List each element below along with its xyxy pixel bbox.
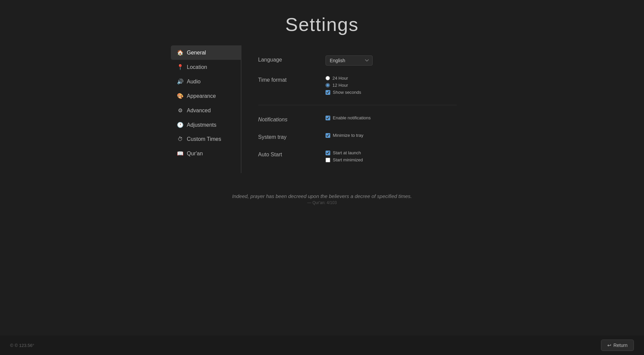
sidebar-item-location[interactable]: 📍 Location xyxy=(171,60,241,74)
minimize-to-tray-checkbox[interactable] xyxy=(326,133,330,138)
24hour-radio[interactable] xyxy=(326,76,330,80)
sidebar-label-appearance: Appearance xyxy=(187,93,216,99)
system-tray-label: System tray xyxy=(258,133,319,140)
language-row: Language English Arabic French German Sp… xyxy=(258,55,457,66)
sidebar-label-advanced: Advanced xyxy=(187,108,211,114)
show-seconds-label: Show seconds xyxy=(333,90,362,95)
auto-start-row: Auto Start Start at launch Start minimiz… xyxy=(258,150,457,162)
audio-icon: 🔊 xyxy=(177,78,184,85)
auto-start-control: Start at launch Start minimized xyxy=(326,150,457,162)
minimize-to-tray-row[interactable]: Minimize to tray xyxy=(326,133,457,138)
sidebar-label-location: Location xyxy=(187,64,207,70)
system-tray-control: Minimize to tray xyxy=(326,133,457,138)
12hour-radio-row[interactable]: 12 Hour xyxy=(326,83,457,88)
adjustments-icon: 🕐 xyxy=(177,122,184,128)
12hour-label: 12 Hour xyxy=(333,83,348,88)
sidebar-label-quran: Qur'an xyxy=(187,151,203,157)
enable-notifications-label: Enable notifications xyxy=(333,115,371,120)
coordinates: © © 123.56° xyxy=(10,343,34,348)
quote-text: Indeed, prayer has been decreed upon the… xyxy=(232,193,412,199)
divider-1 xyxy=(258,105,457,105)
start-minimized-checkbox[interactable] xyxy=(326,158,330,162)
sidebar-item-adjustments[interactable]: 🕐 Adjustments xyxy=(171,118,241,132)
language-select[interactable]: English Arabic French German Spanish Tur… xyxy=(326,55,373,66)
location-icon: 📍 xyxy=(177,64,184,70)
notifications-control: Enable notifications xyxy=(326,115,457,120)
sidebar-label-custom-times: Custom Times xyxy=(187,136,221,142)
minimize-to-tray-label: Minimize to tray xyxy=(333,133,364,138)
return-label: Return xyxy=(613,343,628,348)
start-at-launch-row[interactable]: Start at launch xyxy=(326,150,457,155)
enable-notifications-checkbox[interactable] xyxy=(326,116,330,120)
time-format-row: Time format 24 Hour 12 Hour Show seconds xyxy=(258,76,457,95)
general-icon: 🏠 xyxy=(177,49,184,56)
sidebar-label-general: General xyxy=(187,50,206,56)
settings-content: Language English Arabic French German Sp… xyxy=(241,45,473,173)
appearance-icon: 🎨 xyxy=(177,93,184,99)
show-seconds-row[interactable]: Show seconds xyxy=(326,90,457,95)
time-format-label: Time format xyxy=(258,76,319,83)
sidebar-label-audio: Audio xyxy=(187,79,201,85)
sidebar-item-advanced[interactable]: ⚙ Advanced xyxy=(171,103,241,118)
system-tray-row: System tray Minimize to tray xyxy=(258,133,457,140)
page-title: Settings xyxy=(285,13,358,35)
12hour-radio[interactable] xyxy=(326,83,330,87)
sidebar-item-general[interactable]: 🏠 General xyxy=(171,45,241,60)
main-container: 🏠 General 📍 Location 🔊 Audio 🎨 Appearanc… xyxy=(171,45,473,173)
sidebar-item-quran[interactable]: 📖 Qur'an xyxy=(171,146,241,161)
enable-notifications-row[interactable]: Enable notifications xyxy=(326,115,457,120)
sidebar: 🏠 General 📍 Location 🔊 Audio 🎨 Appearanc… xyxy=(171,45,241,173)
sidebar-label-adjustments: Adjustments xyxy=(187,122,217,128)
show-seconds-checkbox[interactable] xyxy=(326,90,330,95)
quran-icon: 📖 xyxy=(177,150,184,157)
language-label: Language xyxy=(258,55,319,63)
start-at-launch-label: Start at launch xyxy=(333,150,361,155)
bottom-bar: © © 123.56° ↩ Return xyxy=(0,336,644,355)
time-format-control: 24 Hour 12 Hour Show seconds xyxy=(326,76,457,95)
return-icon: ↩ xyxy=(607,343,611,348)
globe-icon: © xyxy=(10,343,13,348)
return-button[interactable]: ↩ Return xyxy=(601,340,634,351)
start-minimized-label: Start minimized xyxy=(333,157,363,162)
coords-value: © 123.56° xyxy=(15,343,34,348)
notifications-label: Notifications xyxy=(258,115,319,123)
footer-quote: Indeed, prayer has been decreed upon the… xyxy=(232,193,412,205)
quote-reference: — Qur'an: 4/103 xyxy=(232,200,412,205)
start-minimized-row[interactable]: Start minimized xyxy=(326,157,457,162)
notifications-row: Notifications Enable notifications xyxy=(258,115,457,123)
advanced-icon: ⚙ xyxy=(177,107,184,114)
sidebar-item-appearance[interactable]: 🎨 Appearance xyxy=(171,89,241,103)
24hour-label: 24 Hour xyxy=(333,76,348,81)
sidebar-item-audio[interactable]: 🔊 Audio xyxy=(171,74,241,89)
language-control: English Arabic French German Spanish Tur… xyxy=(326,55,457,66)
custom-times-icon: ⏱ xyxy=(177,136,184,142)
auto-start-label: Auto Start xyxy=(258,150,319,158)
sidebar-item-custom-times[interactable]: ⏱ Custom Times xyxy=(171,132,241,146)
24hour-radio-row[interactable]: 24 Hour xyxy=(326,76,457,81)
start-at-launch-checkbox[interactable] xyxy=(326,151,330,155)
